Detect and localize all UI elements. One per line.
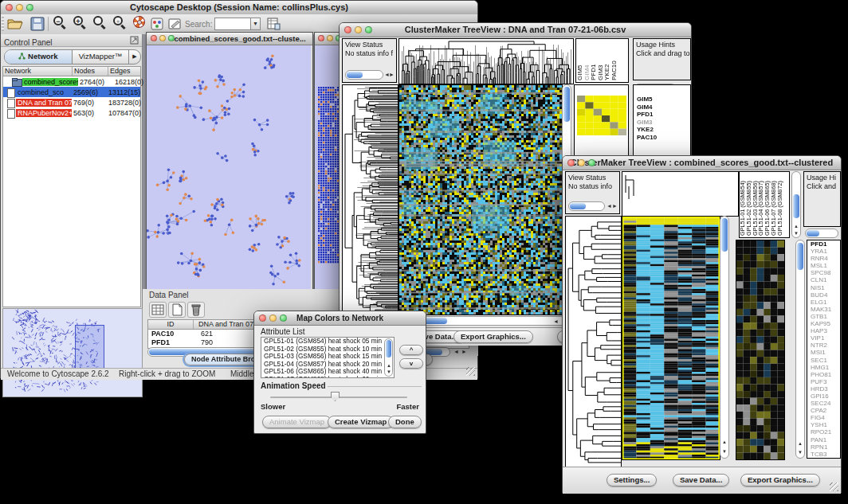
tv2-gene-list[interactable]: PFD1YRA1RNR4MSL1SPC98CLN1NIS1BUD4ELG1MAK… (807, 240, 841, 459)
scroll-down-arrow[interactable]: ▼ (387, 369, 391, 375)
network-tree-row[interactable]: combined_sco 2569(6) 13112(15) (3, 87, 140, 97)
attribute-select-icon[interactable] (149, 302, 167, 318)
gene-label[interactable]: GIM4 (635, 104, 690, 111)
network-canvas[interactable] (147, 45, 311, 290)
scroll-right-arrow[interactable]: ► (612, 203, 618, 209)
resize-grip[interactable] (830, 483, 838, 491)
gene-label[interactable]: GIM5 (635, 96, 690, 104)
network-tree-row[interactable]: combined_scores 2764(0) 16218(0) (3, 76, 140, 87)
save-data-button[interactable]: Save Data... (673, 474, 729, 486)
annotation-icon[interactable] (168, 17, 182, 31)
scroll-down-arrow[interactable]: ▼ (722, 448, 727, 455)
tv2-collabel-scrollbar[interactable]: ▲ ▼ (791, 171, 801, 238)
attribute-list[interactable]: GPL51-01 (GSM854) heat shock 05 minGPL51… (261, 337, 395, 378)
network-item-name[interactable]: DNA and Tran 07 (16, 99, 72, 107)
view-status-scrollbar[interactable] (568, 201, 605, 211)
zoom-out-icon[interactable]: − (53, 16, 63, 25)
minimize-button[interactable] (355, 26, 362, 33)
gene-label[interactable]: NTR2 (809, 342, 840, 349)
tv2-hints-scrollbar[interactable] (805, 229, 838, 238)
export-graphics-button[interactable]: Export Graphics... (453, 330, 533, 343)
tv2-gene-dendrogram[interactable] (565, 216, 622, 468)
col-id[interactable]: ID (148, 320, 194, 329)
resize-grip[interactable] (466, 367, 475, 376)
gene-label[interactable]: PAC10 (635, 134, 690, 142)
scroll-left-arrow[interactable]: ◄ (607, 203, 612, 209)
animate-vizmap-button[interactable]: Animate Vizmap (262, 416, 332, 428)
attribute-list-item[interactable]: GPL51-07 (GSM868) heat shock 60 min (261, 376, 394, 378)
scroll-up-arrow[interactable]: ▲ (798, 440, 803, 447)
scroll-thumb[interactable] (570, 203, 586, 209)
treeview1-title-bar[interactable]: ClusterMaker TreeView : DNA and Tran 07-… (340, 23, 691, 37)
gene-label[interactable]: SPC98 (809, 269, 840, 276)
scroll-right-arrow[interactable]: ► (389, 72, 395, 78)
delete-attribute-icon[interactable] (187, 302, 205, 318)
scroll-thumb[interactable] (386, 340, 391, 357)
gene-label[interactable]: MSI1 (809, 349, 840, 356)
scroll-thumb[interactable] (797, 243, 803, 270)
treeview2-title-bar[interactable]: ClusterMaker TreeView : combined_scores_… (563, 156, 841, 170)
vizmap-icon[interactable] (151, 17, 163, 31)
network-tree-row[interactable]: DNA and Tran 07 769(0) 183728(0) (3, 97, 140, 107)
zoom-button[interactable] (168, 35, 175, 41)
tv1-gene-dendrogram[interactable] (342, 84, 398, 317)
minimize-button[interactable] (327, 35, 333, 41)
search-dropdown-button[interactable]: ▼ (250, 18, 261, 30)
col-network[interactable]: Network (3, 67, 73, 76)
done-button[interactable]: Done (388, 416, 422, 428)
network-window-title-bar[interactable]: combined_scores_good.txt--cluste... (147, 33, 312, 45)
tab-overflow-button[interactable]: ▶ (129, 50, 140, 64)
dialog-title-bar[interactable]: Map Colors to Network (254, 311, 426, 326)
gene-label[interactable]: GPI16 (809, 393, 840, 400)
zoom-button[interactable] (365, 26, 372, 33)
gene-label[interactable]: CLN1 (809, 276, 840, 283)
scroll-thumb[interactable] (807, 230, 819, 236)
gene-label[interactable]: MAK31 (809, 306, 840, 313)
network-item-name[interactable]: combined_sco (16, 88, 72, 96)
minimize-button[interactable] (578, 159, 585, 166)
close-button[interactable] (318, 35, 324, 41)
zoom-in-icon[interactable]: + (73, 16, 83, 25)
gene-label[interactable]: PEP5 (809, 458, 840, 459)
tv1-column-dendrogram[interactable] (398, 38, 574, 84)
minimize-button[interactable] (159, 35, 166, 41)
scroll-right-arrow[interactable]: ► (461, 349, 467, 355)
gene-label[interactable]: RPO21 (809, 428, 840, 436)
scroll-left-arrow[interactable]: ◄ (453, 349, 459, 355)
scroll-up-arrow[interactable]: ▲ (387, 362, 391, 369)
scroll-down-arrow[interactable]: ▼ (794, 230, 799, 236)
main-title-bar[interactable]: Cytoscape Desktop (Session Name: collins… (1, 1, 477, 15)
attribute-browser-icon[interactable] (267, 17, 281, 31)
col-edges[interactable]: Edges (108, 67, 140, 76)
gene-label[interactable]: PAN1 (809, 436, 840, 443)
toolbar-handle[interactable] (2, 17, 4, 31)
gene-label[interactable]: YKE2 (635, 126, 690, 134)
move-up-button[interactable]: ^ (399, 345, 423, 355)
gene-label[interactable]: NIS1 (809, 284, 840, 291)
move-down-button[interactable]: v (399, 358, 423, 369)
gene-label[interactable]: SEC24 (809, 400, 840, 407)
speed-slider-thumb[interactable] (331, 392, 340, 401)
gene-label[interactable]: KAP95 (809, 320, 840, 327)
gene-label[interactable]: HRD3 (809, 385, 840, 393)
gene-label[interactable]: PHO81 (809, 371, 840, 378)
tv1-heatmap[interactable] (398, 84, 563, 315)
gene-label[interactable]: GTB1 (809, 313, 840, 320)
tv2-heatmap[interactable] (622, 216, 720, 460)
close-button[interactable] (6, 4, 13, 11)
network-item-name[interactable]: combined_scores (22, 78, 78, 86)
tv2-column-labels[interactable]: GPL51-01 (GSM854)GPL51-02 (GSM855)GPL51-… (739, 171, 790, 238)
minimize-button[interactable] (269, 315, 277, 322)
gene-label[interactable]: HAP3 (809, 327, 840, 334)
tv2-genelist-scrollbar[interactable]: ▲ ▼ (795, 240, 805, 459)
settings-button[interactable]: Settings... (607, 474, 657, 486)
scroll-up-arrow[interactable]: ▲ (794, 223, 799, 229)
tab-network[interactable]: Network (5, 50, 73, 64)
gene-label[interactable]: CPA2 (809, 407, 840, 414)
scroll-thumb[interactable] (347, 72, 363, 78)
zoom-fit-icon[interactable] (93, 16, 103, 25)
tv2-column-dendrogram[interactable] (622, 171, 739, 217)
gene-label[interactable]: HMG1 (809, 364, 840, 371)
gene-label[interactable]: PFD1 (809, 240, 840, 248)
scroll-thumb[interactable] (563, 87, 570, 122)
